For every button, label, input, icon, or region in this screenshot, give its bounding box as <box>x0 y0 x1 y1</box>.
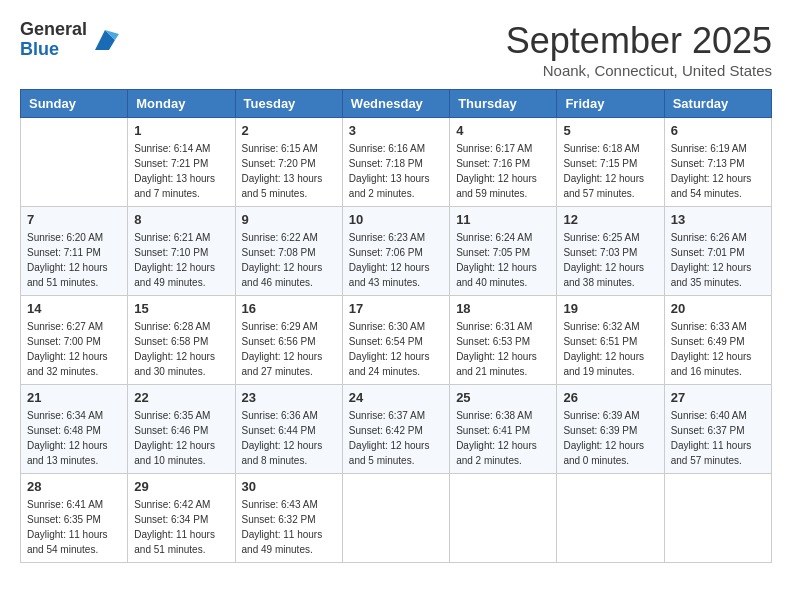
day-info: Sunrise: 6:42 AM Sunset: 6:34 PM Dayligh… <box>134 497 228 557</box>
calendar-cell: 9Sunrise: 6:22 AM Sunset: 7:08 PM Daylig… <box>235 207 342 296</box>
weekday-header: Thursday <box>450 90 557 118</box>
day-number: 25 <box>456 390 550 405</box>
day-info: Sunrise: 6:38 AM Sunset: 6:41 PM Dayligh… <box>456 408 550 468</box>
day-number: 7 <box>27 212 121 227</box>
calendar-cell: 27Sunrise: 6:40 AM Sunset: 6:37 PM Dayli… <box>664 385 771 474</box>
calendar-cell: 22Sunrise: 6:35 AM Sunset: 6:46 PM Dayli… <box>128 385 235 474</box>
day-info: Sunrise: 6:34 AM Sunset: 6:48 PM Dayligh… <box>27 408 121 468</box>
day-info: Sunrise: 6:18 AM Sunset: 7:15 PM Dayligh… <box>563 141 657 201</box>
day-info: Sunrise: 6:29 AM Sunset: 6:56 PM Dayligh… <box>242 319 336 379</box>
calendar-week-row: 28Sunrise: 6:41 AM Sunset: 6:35 PM Dayli… <box>21 474 772 563</box>
day-info: Sunrise: 6:20 AM Sunset: 7:11 PM Dayligh… <box>27 230 121 290</box>
day-info: Sunrise: 6:31 AM Sunset: 6:53 PM Dayligh… <box>456 319 550 379</box>
logo-icon <box>91 26 119 54</box>
day-number: 4 <box>456 123 550 138</box>
calendar-cell <box>664 474 771 563</box>
day-info: Sunrise: 6:21 AM Sunset: 7:10 PM Dayligh… <box>134 230 228 290</box>
day-number: 19 <box>563 301 657 316</box>
calendar-cell: 5Sunrise: 6:18 AM Sunset: 7:15 PM Daylig… <box>557 118 664 207</box>
day-info: Sunrise: 6:41 AM Sunset: 6:35 PM Dayligh… <box>27 497 121 557</box>
month-title: September 2025 <box>506 20 772 62</box>
day-number: 12 <box>563 212 657 227</box>
calendar-cell: 1Sunrise: 6:14 AM Sunset: 7:21 PM Daylig… <box>128 118 235 207</box>
day-info: Sunrise: 6:33 AM Sunset: 6:49 PM Dayligh… <box>671 319 765 379</box>
day-info: Sunrise: 6:36 AM Sunset: 6:44 PM Dayligh… <box>242 408 336 468</box>
day-number: 3 <box>349 123 443 138</box>
calendar-cell: 10Sunrise: 6:23 AM Sunset: 7:06 PM Dayli… <box>342 207 449 296</box>
day-info: Sunrise: 6:19 AM Sunset: 7:13 PM Dayligh… <box>671 141 765 201</box>
day-info: Sunrise: 6:15 AM Sunset: 7:20 PM Dayligh… <box>242 141 336 201</box>
calendar-cell: 2Sunrise: 6:15 AM Sunset: 7:20 PM Daylig… <box>235 118 342 207</box>
title-block: September 2025 Noank, Connecticut, Unite… <box>506 20 772 79</box>
calendar-cell <box>450 474 557 563</box>
day-number: 17 <box>349 301 443 316</box>
day-number: 10 <box>349 212 443 227</box>
day-number: 27 <box>671 390 765 405</box>
day-info: Sunrise: 6:27 AM Sunset: 7:00 PM Dayligh… <box>27 319 121 379</box>
day-number: 29 <box>134 479 228 494</box>
day-number: 16 <box>242 301 336 316</box>
calendar-cell: 14Sunrise: 6:27 AM Sunset: 7:00 PM Dayli… <box>21 296 128 385</box>
calendar-cell: 7Sunrise: 6:20 AM Sunset: 7:11 PM Daylig… <box>21 207 128 296</box>
calendar-table: SundayMondayTuesdayWednesdayThursdayFrid… <box>20 89 772 563</box>
weekday-header: Monday <box>128 90 235 118</box>
day-number: 2 <box>242 123 336 138</box>
logo-general-text: General <box>20 20 87 40</box>
day-info: Sunrise: 6:17 AM Sunset: 7:16 PM Dayligh… <box>456 141 550 201</box>
day-info: Sunrise: 6:23 AM Sunset: 7:06 PM Dayligh… <box>349 230 443 290</box>
calendar-cell: 18Sunrise: 6:31 AM Sunset: 6:53 PM Dayli… <box>450 296 557 385</box>
day-number: 13 <box>671 212 765 227</box>
calendar-cell: 19Sunrise: 6:32 AM Sunset: 6:51 PM Dayli… <box>557 296 664 385</box>
day-info: Sunrise: 6:30 AM Sunset: 6:54 PM Dayligh… <box>349 319 443 379</box>
day-number: 28 <box>27 479 121 494</box>
day-info: Sunrise: 6:40 AM Sunset: 6:37 PM Dayligh… <box>671 408 765 468</box>
calendar-week-row: 21Sunrise: 6:34 AM Sunset: 6:48 PM Dayli… <box>21 385 772 474</box>
calendar-cell <box>21 118 128 207</box>
day-number: 23 <box>242 390 336 405</box>
day-info: Sunrise: 6:16 AM Sunset: 7:18 PM Dayligh… <box>349 141 443 201</box>
day-info: Sunrise: 6:32 AM Sunset: 6:51 PM Dayligh… <box>563 319 657 379</box>
weekday-header: Saturday <box>664 90 771 118</box>
calendar-cell: 28Sunrise: 6:41 AM Sunset: 6:35 PM Dayli… <box>21 474 128 563</box>
weekday-header: Wednesday <box>342 90 449 118</box>
day-number: 9 <box>242 212 336 227</box>
calendar-week-row: 1Sunrise: 6:14 AM Sunset: 7:21 PM Daylig… <box>21 118 772 207</box>
day-number: 14 <box>27 301 121 316</box>
day-number: 22 <box>134 390 228 405</box>
day-number: 1 <box>134 123 228 138</box>
day-number: 20 <box>671 301 765 316</box>
day-info: Sunrise: 6:43 AM Sunset: 6:32 PM Dayligh… <box>242 497 336 557</box>
day-number: 26 <box>563 390 657 405</box>
calendar-cell: 8Sunrise: 6:21 AM Sunset: 7:10 PM Daylig… <box>128 207 235 296</box>
calendar-cell: 3Sunrise: 6:16 AM Sunset: 7:18 PM Daylig… <box>342 118 449 207</box>
day-info: Sunrise: 6:24 AM Sunset: 7:05 PM Dayligh… <box>456 230 550 290</box>
calendar-cell <box>557 474 664 563</box>
calendar-cell: 23Sunrise: 6:36 AM Sunset: 6:44 PM Dayli… <box>235 385 342 474</box>
logo: General Blue <box>20 20 119 60</box>
day-number: 30 <box>242 479 336 494</box>
day-info: Sunrise: 6:26 AM Sunset: 7:01 PM Dayligh… <box>671 230 765 290</box>
day-number: 11 <box>456 212 550 227</box>
calendar-cell: 12Sunrise: 6:25 AM Sunset: 7:03 PM Dayli… <box>557 207 664 296</box>
calendar-cell: 15Sunrise: 6:28 AM Sunset: 6:58 PM Dayli… <box>128 296 235 385</box>
calendar-cell: 11Sunrise: 6:24 AM Sunset: 7:05 PM Dayli… <box>450 207 557 296</box>
day-info: Sunrise: 6:35 AM Sunset: 6:46 PM Dayligh… <box>134 408 228 468</box>
day-info: Sunrise: 6:14 AM Sunset: 7:21 PM Dayligh… <box>134 141 228 201</box>
calendar-cell: 16Sunrise: 6:29 AM Sunset: 6:56 PM Dayli… <box>235 296 342 385</box>
calendar-cell: 13Sunrise: 6:26 AM Sunset: 7:01 PM Dayli… <box>664 207 771 296</box>
calendar-week-row: 14Sunrise: 6:27 AM Sunset: 7:00 PM Dayli… <box>21 296 772 385</box>
day-number: 6 <box>671 123 765 138</box>
weekday-header: Sunday <box>21 90 128 118</box>
logo-blue-text: Blue <box>20 40 87 60</box>
day-info: Sunrise: 6:22 AM Sunset: 7:08 PM Dayligh… <box>242 230 336 290</box>
day-number: 18 <box>456 301 550 316</box>
day-number: 8 <box>134 212 228 227</box>
weekday-header: Friday <box>557 90 664 118</box>
calendar-cell: 29Sunrise: 6:42 AM Sunset: 6:34 PM Dayli… <box>128 474 235 563</box>
location-text: Noank, Connecticut, United States <box>506 62 772 79</box>
calendar-cell: 26Sunrise: 6:39 AM Sunset: 6:39 PM Dayli… <box>557 385 664 474</box>
calendar-cell: 30Sunrise: 6:43 AM Sunset: 6:32 PM Dayli… <box>235 474 342 563</box>
calendar-cell: 17Sunrise: 6:30 AM Sunset: 6:54 PM Dayli… <box>342 296 449 385</box>
day-number: 21 <box>27 390 121 405</box>
day-number: 5 <box>563 123 657 138</box>
